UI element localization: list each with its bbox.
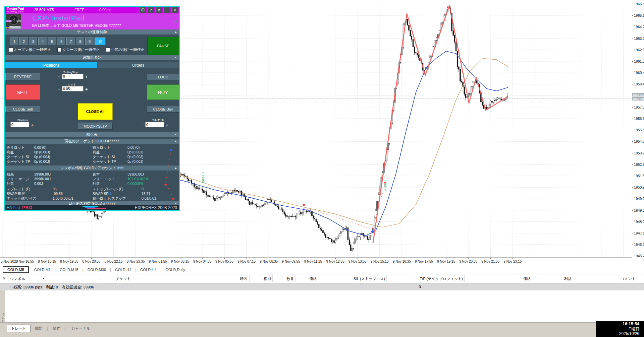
titlebar-icons: ⓘ?⚒_×	[139, 7, 178, 13]
info-row: 利益0.00J利益0.00000%	[5, 182, 179, 186]
speed-button-10[interactable]: 10	[95, 38, 106, 45]
section-header-speed[interactable]: テストの速度制御 ▲	[5, 29, 179, 35]
section-header-target[interactable]: 現在のターゲット GOLD #77777 ▲	[5, 139, 179, 144]
plus-button[interactable]: +	[85, 86, 89, 91]
lock-button[interactable]: LOCK	[147, 74, 179, 80]
checkbox-icon[interactable]	[57, 48, 62, 52]
toolbox-tab-3[interactable]: ジャーナル	[67, 325, 94, 332]
info-icon[interactable]: ⓘ	[139, 7, 146, 13]
minus-button[interactable]: −	[57, 74, 61, 79]
column-header-2[interactable]: 時間	[240, 276, 247, 281]
collapse-icon[interactable]: ▲	[174, 139, 177, 144]
section-header-trades[interactable]: 取引表 ▼	[5, 132, 179, 137]
column-separator	[8, 275, 8, 282]
speed-button-5[interactable]: 5	[48, 38, 56, 45]
help-icon[interactable]: ?	[147, 7, 154, 13]
column-header-6[interactable]: S/L (ストップロス)	[354, 276, 385, 281]
column-header-1[interactable]: チケット	[116, 276, 131, 281]
column-separator	[184, 275, 184, 282]
tab-orders[interactable]: Orders	[98, 62, 178, 68]
plus-button[interactable]: +	[30, 122, 34, 127]
balance-text: 残高: 39986 pips 利益: 0 有効証拠金: 39986	[13, 285, 94, 290]
tester-clock: 16:15:54 日曜日 2025/10/26	[596, 321, 644, 337]
lot-input[interactable]	[62, 86, 84, 91]
tools-icon[interactable]: ⚒	[155, 7, 162, 13]
time-tick-label: 8 Nov 20:55	[82, 260, 100, 263]
speed-button-7[interactable]: 7	[66, 38, 75, 45]
reverse-button[interactable]: REVERSE	[5, 73, 40, 80]
checkbox-icon[interactable]	[106, 48, 110, 52]
collapse-icon[interactable]: ▲	[174, 165, 177, 171]
minus-button[interactable]: −	[57, 86, 61, 91]
plus-button[interactable]: +	[165, 122, 169, 127]
time-tick-mark	[224, 258, 225, 259]
time-tick-mark	[490, 258, 491, 259]
chart-tab-gold-m5[interactable]: GOLD,M5	[3, 266, 29, 273]
collapse-icon[interactable]: ▲	[174, 55, 177, 60]
chart-tab-gold-m15[interactable]: GOLD,M15	[56, 268, 82, 272]
column-header-5[interactable]: 価格	[309, 276, 317, 281]
speed-button-2[interactable]: 2	[19, 38, 28, 45]
speed-button-1[interactable]: 1	[10, 38, 19, 45]
minimize-icon[interactable]: _	[163, 7, 170, 13]
speed-button-4[interactable]: 4	[38, 38, 47, 45]
column-header-8[interactable]: 価格	[523, 276, 531, 281]
price-tick-mark	[632, 4, 633, 4]
checkbox-icon[interactable]	[9, 48, 13, 52]
info-row: ターゲット SL0p (0.00J)ターゲット SL0p (0.00J)	[5, 155, 179, 159]
time-tick-mark	[158, 258, 158, 259]
close-sell-button[interactable]: CLOSE Sell	[5, 106, 40, 113]
price-tick-mark	[632, 119, 633, 119]
account-info-table: 残高39986.00J資本39986.00Jフリー マージ39986.00Jフリ…	[5, 172, 179, 186]
column-header-7[interactable]: T/P (テイクプロフィット)	[420, 276, 463, 281]
column-header-4[interactable]: 数量	[286, 276, 294, 281]
toolbox-tab-2[interactable]: 操作	[49, 325, 64, 332]
speed-button-3[interactable]: 3	[29, 38, 38, 45]
chart-tab-gold-daily[interactable]: GOLD,Daily	[162, 268, 189, 272]
chart-tab-gold-h1[interactable]: GOLD,H1	[112, 268, 135, 272]
speed-button-9[interactable]: 9	[85, 38, 94, 45]
tab-positions[interactable]: Positions	[5, 62, 97, 68]
chart-tab-gold-m30[interactable]: GOLD,M30	[84, 268, 109, 272]
price-tick-label: 1957.56	[634, 105, 644, 109]
column-header-10[interactable]: コメント	[621, 276, 636, 281]
chart-tab-gold-h4[interactable]: GOLD,H4	[137, 268, 160, 272]
section-header-symbol[interactable]: シンボル情報 GOLD / アカウント Info ▲	[5, 165, 179, 171]
time-axis[interactable]: 8 Nov 20238 Nov 16:558 Nov 18:158 Nov 19…	[0, 258, 644, 265]
modify-sltp-button[interactable]: MODIFYSLTP	[78, 123, 113, 130]
info-row: ターゲット TP0p (0.00J)ターゲット TP0p (0.00J)	[5, 159, 179, 164]
pause-checkbox-0[interactable]: オープン後に一時停止	[9, 47, 57, 52]
info-row: SWAP BUY-99.83SWAP SELL18.71	[5, 192, 179, 196]
collapse-icon[interactable]: ▼	[174, 132, 177, 137]
speed-button-8[interactable]: 8	[76, 38, 85, 45]
takeprofit-input[interactable]	[145, 122, 164, 127]
price-axis[interactable]: 1966.111965.161964.211963.261962.311961.…	[632, 0, 644, 257]
close-all-button[interactable]: CLOSE All	[78, 103, 113, 120]
panel-titlebar[interactable]: TesterPad for Strategy Tester 25.501 MT5…	[5, 7, 179, 13]
toolbox-tab-1[interactable]: 履歴	[31, 325, 46, 332]
balance-row[interactable]: • 残高: 39986 pips 利益: 0 有効証拠金: 39986 0	[0, 283, 644, 290]
toolbox-tab-0[interactable]: トレード	[7, 325, 31, 332]
pause-checkbox-1[interactable]: クローズ後に一時停止	[57, 47, 106, 52]
pause-checkbox-2[interactable]: 小節の後に一時停止	[106, 47, 155, 52]
close-icon[interactable]: ×	[171, 7, 178, 13]
chevron-down-icon[interactable]: ▾	[43, 277, 45, 280]
column-header-9[interactable]: 利益	[564, 276, 572, 281]
collapse-icon[interactable]: ▲	[174, 29, 177, 35]
column-header-0[interactable]: シンボル	[10, 276, 25, 281]
close-buy-button[interactable]: CLOSE Buy	[147, 106, 179, 113]
speed-button-6[interactable]: 6	[57, 38, 66, 45]
buy-button[interactable]: BUY	[147, 84, 179, 100]
minus-button[interactable]: −	[140, 122, 144, 127]
stoploss-input[interactable]	[10, 122, 29, 127]
chart-tab-gold-m1[interactable]: GOLD,M1	[31, 268, 54, 272]
sell-button[interactable]: SELL	[5, 84, 40, 100]
section-header-extra[interactable]: 追加ボタン ▲	[5, 55, 179, 60]
time-tick-label: 9 Nov 20:35	[459, 260, 477, 263]
trade-annotation: 39986 J	[201, 172, 205, 184]
close-icon[interactable]: ✕	[2, 276, 6, 281]
column-header-3[interactable]: 種別	[264, 276, 271, 281]
plus-button[interactable]: +	[85, 74, 89, 79]
minus-button[interactable]: −	[5, 122, 9, 127]
trailingstop-input[interactable]	[62, 74, 84, 79]
